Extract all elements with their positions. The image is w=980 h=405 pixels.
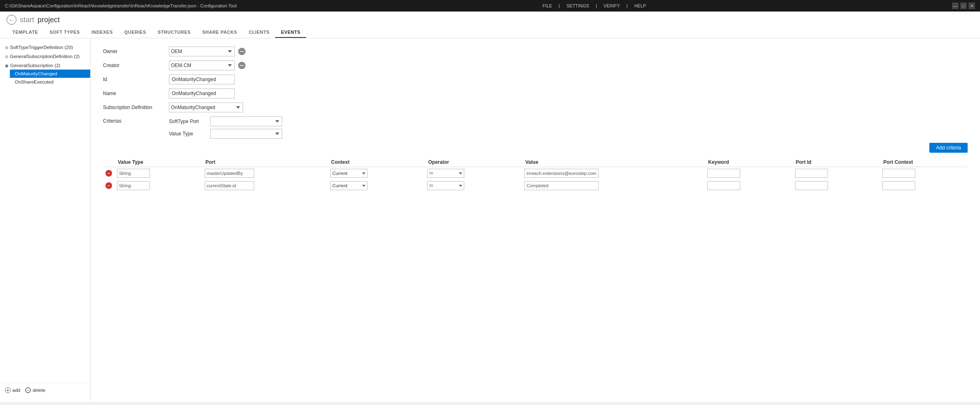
row2-keyword-input[interactable] — [707, 181, 740, 190]
criteria-table: Value Type Port Context Operator Value K… — [103, 158, 968, 192]
tree-children-general-sub: OnMaturityChanged OnShareExecuted — [0, 70, 90, 86]
criterias-row: Criterias SoftType Port Value Type — [103, 116, 968, 139]
menu-settings[interactable]: SETTINGS — [566, 3, 589, 8]
id-label: Id — [103, 77, 169, 82]
tab-share-packs[interactable]: SHARE PACKS — [196, 27, 243, 38]
row2-value-cell — [522, 179, 705, 192]
tab-template[interactable]: TEMPLATE — [7, 27, 44, 38]
row1-port-id-input[interactable] — [795, 169, 828, 178]
row1-value-type-input[interactable] — [117, 169, 150, 178]
sidebar-footer: + add delete — [0, 383, 90, 397]
chevron-icon: ⊝ — [5, 45, 8, 50]
tab-queries[interactable]: QUERIES — [119, 27, 152, 38]
sidebar: ⊝ SoftTypeTriggerDefinition (20) ⊝ Gener… — [0, 38, 91, 402]
maximize-button[interactable]: □ — [960, 2, 967, 9]
owner-delete-button[interactable] — [237, 47, 246, 56]
row1-value-input[interactable] — [524, 169, 599, 178]
owner-label: Owner — [103, 49, 169, 54]
row2-port-context-input[interactable] — [882, 181, 915, 190]
menu-help[interactable]: HELP — [634, 3, 646, 8]
row2-delete-button[interactable]: − — [105, 182, 112, 189]
row2-value-type-cell — [115, 179, 202, 192]
subscription-def-select[interactable]: OnMaturityChanged — [169, 102, 243, 112]
tab-indexes[interactable]: INDEXES — [86, 27, 119, 38]
row2-value-input[interactable] — [524, 181, 599, 190]
tree-group-header-soft-type-trigger[interactable]: ⊝ SoftTypeTriggerDefinition (20) — [0, 43, 90, 51]
softtype-port-label: SoftType Port — [169, 119, 206, 124]
row1-context-cell: Current — [328, 167, 425, 180]
sidebar-item-on-share-executed[interactable]: OnShareExecuted — [10, 78, 90, 86]
row1-value-cell — [522, 167, 705, 180]
tab-clients[interactable]: CLIENTS — [243, 27, 276, 38]
row2-value-type-input[interactable] — [117, 181, 150, 190]
tree-group-label: GeneralSubscription (2) — [10, 63, 60, 68]
creator-row: Creator OEM.CM — [103, 61, 968, 70]
add-criteria-row: Add criteria — [103, 143, 968, 153]
row1-delete-icon: − — [105, 170, 112, 177]
owner-select[interactable]: OEM — [169, 47, 235, 56]
app-header: ← start project TEMPLATE SOFT TYPES INDE… — [0, 12, 980, 38]
title-path: C:\Git\ShareAspace\Configuration\InReach… — [5, 3, 237, 8]
id-row: Id — [103, 74, 968, 84]
creator-control: OEM.CM — [169, 61, 246, 70]
tree-group-general-sub: ◉ GeneralSubscription (2) OnMaturityChan… — [0, 61, 90, 86]
row2-port-id-cell — [793, 179, 880, 192]
menu-file[interactable]: FILE — [543, 3, 552, 8]
close-button[interactable]: ✕ — [968, 2, 975, 9]
nav-tabs: TEMPLATE SOFT TYPES INDEXES QUERIES STRU… — [7, 27, 973, 38]
add-button[interactable]: + add — [5, 387, 20, 393]
delete-button[interactable]: delete — [25, 387, 45, 393]
chevron-down-icon: ◉ — [5, 63, 9, 68]
th-port-context: Port Context — [880, 158, 968, 167]
menu-verify[interactable]: VERIFY — [603, 3, 620, 8]
back-button[interactable]: ← — [7, 15, 16, 25]
row1-operator-select[interactable]: != — [427, 169, 464, 178]
table-row: − Current — [103, 179, 968, 192]
softtype-port-row: SoftType Port — [169, 116, 282, 126]
tab-events[interactable]: EVENTS — [275, 27, 306, 38]
row2-delete-icon: − — [105, 182, 112, 189]
row2-delete-cell: − — [103, 179, 115, 192]
svg-rect-3 — [240, 65, 244, 66]
row2-keyword-cell — [705, 179, 793, 192]
sidebar-item-on-maturity-changed[interactable]: OnMaturityChanged — [10, 70, 90, 78]
value-type-row: Value Type — [169, 129, 282, 139]
row2-operator-select[interactable]: != — [427, 181, 464, 190]
softtype-port-select[interactable] — [210, 116, 282, 126]
row1-port-id-cell — [793, 167, 880, 180]
app-title-project: project — [37, 16, 60, 24]
creator-select[interactable]: OEM.CM — [169, 61, 235, 70]
chevron-icon: ⊝ — [5, 54, 8, 59]
row2-operator-cell: != — [425, 179, 522, 192]
row2-port-input[interactable] — [205, 181, 254, 190]
name-label: Name — [103, 91, 169, 96]
tab-soft-types[interactable]: SOFT TYPES — [44, 27, 85, 38]
row1-port-context-input[interactable] — [882, 169, 915, 178]
th-port-id: Port Id — [793, 158, 880, 167]
row1-port-input[interactable] — [205, 169, 254, 178]
row1-operator-cell: != — [425, 167, 522, 180]
subscription-def-label: Subscription Definition — [103, 105, 169, 110]
delete-label: delete — [33, 388, 45, 393]
row1-context-select[interactable]: Current — [330, 169, 367, 178]
row1-delete-button[interactable]: − — [105, 170, 112, 177]
delete-icon — [25, 387, 31, 393]
creator-delete-button[interactable] — [237, 61, 246, 70]
name-input[interactable] — [169, 88, 235, 98]
tree-group-header-general-sub-def[interactable]: ⊝ GeneralSubscriptionDefinition (2) — [0, 52, 90, 61]
tree-group-header-general-sub[interactable]: ◉ GeneralSubscription (2) — [0, 61, 90, 70]
tab-structures[interactable]: STRUCTURES — [152, 27, 196, 38]
value-type-select[interactable] — [210, 129, 282, 139]
row1-keyword-input[interactable] — [707, 169, 740, 178]
owner-row: Owner OEM — [103, 47, 968, 56]
minimize-button[interactable]: — — [952, 2, 959, 9]
row1-value-type-cell — [115, 167, 202, 180]
title-bar: C:\Git\ShareAspace\Configuration\InReach… — [0, 0, 980, 12]
row2-context-select[interactable]: Current — [330, 181, 367, 190]
table-row: − Current — [103, 167, 968, 180]
row2-port-id-input[interactable] — [795, 181, 828, 190]
id-input[interactable] — [169, 74, 235, 84]
row1-keyword-cell — [705, 167, 793, 180]
th-operator: Operator — [425, 158, 522, 167]
add-criteria-button[interactable]: Add criteria — [929, 143, 968, 153]
